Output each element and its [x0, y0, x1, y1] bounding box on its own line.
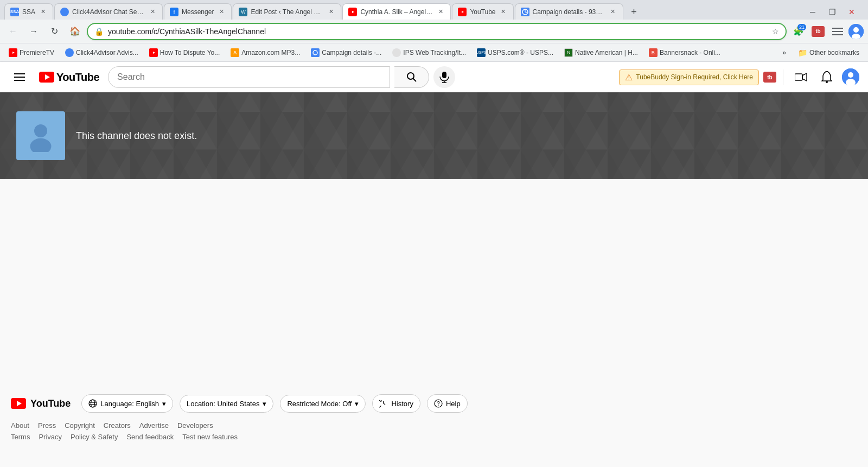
- address-bar: ← → ↻ 🏠 🔒 youtube.com/c/CynthiaASilk-The…: [0, 20, 868, 43]
- upload-video-button[interactable]: [790, 66, 812, 88]
- chrome-menu-button[interactable]: [829, 23, 846, 40]
- tab-click4advisor[interactable]: Click4Advisor Chat Service ✕: [54, 3, 163, 20]
- footer-links: About Press Copyright Creators Advertise…: [0, 421, 868, 430]
- svg-line-14: [413, 79, 416, 82]
- restore-button[interactable]: ❐: [825, 4, 840, 20]
- bookmark-label-bannersnack: Bannersnack - Onli...: [660, 49, 720, 56]
- bookmark-label-usps: USPS.com® - USPS...: [488, 49, 553, 56]
- tab-close-messenger[interactable]: ✕: [217, 8, 226, 16]
- tab-cynthia-yt[interactable]: Cynthia A. Silk – Angel Chan… ✕: [342, 3, 451, 20]
- bookmark-dispute[interactable]: How To Dispute Yo...: [145, 46, 225, 59]
- search-button[interactable]: [394, 66, 429, 88]
- back-button[interactable]: ←: [4, 23, 22, 40]
- footer-link-policy-safety[interactable]: Policy & Safety: [71, 433, 118, 441]
- footer-link-privacy[interactable]: Privacy: [39, 433, 62, 441]
- tab-close-youtube[interactable]: ✕: [499, 8, 508, 16]
- bookmark-other[interactable]: 📁 Other bookmarks: [794, 46, 864, 59]
- tab-close-click4advisor[interactable]: ✕: [148, 8, 157, 16]
- svg-rect-3: [832, 34, 843, 35]
- footer-links-2: Terms Privacy Policy & Safety Send feedb…: [0, 433, 868, 450]
- home-button[interactable]: 🏠: [66, 23, 84, 40]
- footer-link-send-feedback[interactable]: Send feedback: [126, 433, 174, 441]
- footer-link-developers[interactable]: Developers: [177, 421, 213, 430]
- tubebuddy-icon-btn[interactable]: tb: [809, 23, 827, 40]
- svg-point-35: [91, 400, 95, 407]
- warning-icon: ⚠: [625, 72, 633, 83]
- bookmark-favicon-amazon: A: [231, 48, 239, 57]
- yt-logo[interactable]: YouTube: [39, 71, 99, 84]
- yt-footer: YouTube Language: English ▾ Location: Un: [0, 386, 868, 450]
- new-tab-button[interactable]: +: [627, 4, 642, 20]
- svg-text:?: ?: [437, 401, 440, 407]
- tab-close-ssa[interactable]: ✕: [39, 8, 47, 16]
- tab-label-youtube: YouTube: [470, 8, 495, 16]
- voice-search-button[interactable]: [433, 66, 455, 88]
- profile-button[interactable]: [848, 24, 864, 39]
- close-window-button[interactable]: ✕: [844, 4, 859, 20]
- location-button[interactable]: Location: United States ▾: [180, 395, 273, 413]
- tubebuddy-logo-btn[interactable]: tb: [763, 72, 776, 83]
- restricted-mode-button[interactable]: Restricted Mode: Off ▾: [280, 395, 366, 413]
- url-bar[interactable]: 🔒 youtube.com/c/CynthiaASilk-TheAngelCha…: [87, 23, 787, 40]
- footer-controls: YouTube Language: English ▾ Location: Un: [0, 394, 868, 413]
- tab-messenger[interactable]: f Messenger ✕: [164, 3, 232, 20]
- tab-close-campaign[interactable]: ✕: [609, 8, 617, 16]
- notifications-button[interactable]: [816, 66, 838, 88]
- history-icon: [379, 399, 388, 408]
- browser-chrome: SSA SSA ✕ Click4Advisor Chat Service ✕ f…: [0, 0, 868, 450]
- footer-link-advertise[interactable]: Advertise: [139, 421, 169, 430]
- bookmark-native[interactable]: N Native American | H...: [560, 46, 642, 59]
- history-button[interactable]: History: [372, 394, 420, 413]
- extensions-button[interactable]: 🧩 21: [790, 23, 807, 40]
- tab-favicon-messenger: f: [170, 8, 178, 16]
- bookmark-favicon-click4advisor: [65, 48, 74, 57]
- footer-link-terms[interactable]: Terms: [11, 433, 30, 441]
- footer-link-copyright[interactable]: Copyright: [65, 421, 95, 430]
- footer-link-press[interactable]: Press: [38, 421, 56, 430]
- search-input[interactable]: [108, 66, 390, 88]
- bookmark-campaign[interactable]: Campaign details -...: [307, 46, 386, 59]
- location-chevron-icon: ▾: [263, 400, 266, 408]
- star-icon[interactable]: ☆: [772, 27, 779, 36]
- tab-favicon-cynthia-yt: [348, 8, 357, 16]
- bookmark-favicon-premiereTV: [9, 48, 17, 57]
- language-button[interactable]: Language: English ▾: [81, 394, 173, 413]
- tab-ssa[interactable]: SSA SSA ✕: [4, 3, 53, 20]
- svg-point-30: [34, 124, 47, 137]
- yt-menu-button[interactable]: [9, 66, 30, 88]
- svg-point-20: [826, 81, 828, 83]
- bookmarks-more-button[interactable]: »: [779, 47, 789, 59]
- url-bar-right: ☆: [772, 27, 779, 36]
- footer-yt-logo[interactable]: YouTube: [11, 398, 71, 409]
- bookmark-click4advisor[interactable]: Click4Advisor Advis...: [61, 46, 143, 59]
- svg-marker-19: [802, 73, 807, 81]
- url-text: youtube.com/c/CynthiaASilk-TheAngelChann…: [108, 27, 768, 36]
- bookmark-usps[interactable]: USPS USPS.com® - USPS...: [473, 46, 558, 59]
- bookmark-ips[interactable]: IPS Web Tracking/It...: [388, 46, 470, 59]
- tab-campaign[interactable]: Campaign details - 930-734… ✕: [515, 3, 623, 20]
- toolbar-right: 🧩 21 tb: [790, 23, 864, 40]
- tab-youtube[interactable]: YouTube ✕: [452, 3, 513, 20]
- bookmark-favicon-native: N: [564, 48, 573, 57]
- reload-button[interactable]: ↻: [46, 23, 63, 40]
- help-button[interactable]: ? Help: [427, 394, 468, 413]
- bookmark-label-other: Other bookmarks: [809, 49, 859, 56]
- user-avatar[interactable]: [842, 68, 859, 86]
- tab-close-editpost[interactable]: ✕: [327, 8, 335, 16]
- divider: [783, 70, 783, 85]
- bookmark-premiereTV[interactable]: PremiereTV: [4, 46, 59, 59]
- bookmark-amazon[interactable]: A Amazon.com MP3...: [226, 46, 304, 59]
- forward-button[interactable]: →: [25, 23, 42, 40]
- bookmark-bannersnack[interactable]: B Bannersnack - Onli...: [644, 46, 725, 59]
- footer-link-test-features[interactable]: Test new features: [182, 433, 238, 441]
- minimize-button[interactable]: ─: [805, 4, 820, 20]
- svg-rect-10: [14, 80, 25, 81]
- restricted-chevron-icon: ▾: [355, 400, 359, 408]
- svg-point-22: [848, 72, 853, 78]
- footer-link-about[interactable]: About: [11, 421, 29, 430]
- tubebuddy-banner[interactable]: ⚠ TubeBuddy Sign-in Required, Click Here: [619, 70, 759, 85]
- language-btn-label: Language: English: [100, 400, 159, 408]
- tab-editpost[interactable]: W Edit Post ‹ The Angel Chann… ✕: [233, 3, 341, 20]
- tab-close-cynthia-yt[interactable]: ✕: [436, 8, 445, 16]
- footer-link-creators[interactable]: Creators: [104, 421, 131, 430]
